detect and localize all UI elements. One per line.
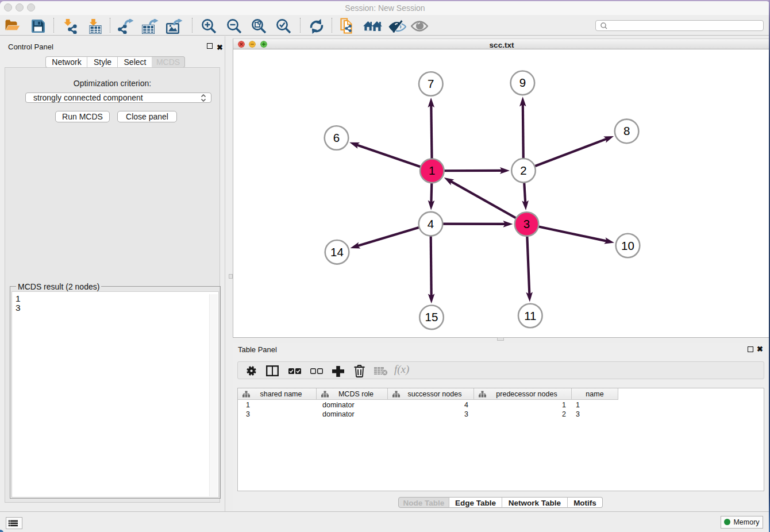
svg-text:11: 11: [524, 309, 536, 322]
svg-text:1: 1: [429, 164, 435, 177]
svg-text:3: 3: [523, 217, 530, 230]
svg-text:9: 9: [519, 76, 526, 89]
svg-text:4: 4: [428, 217, 434, 230]
svg-text:2: 2: [520, 164, 526, 177]
svg-text:15: 15: [425, 310, 438, 323]
svg-text:14: 14: [330, 245, 344, 259]
svg-text:6: 6: [333, 131, 340, 144]
svg-text:8: 8: [623, 124, 630, 137]
svg-text:7: 7: [428, 77, 434, 90]
svg-text:10: 10: [621, 239, 634, 252]
